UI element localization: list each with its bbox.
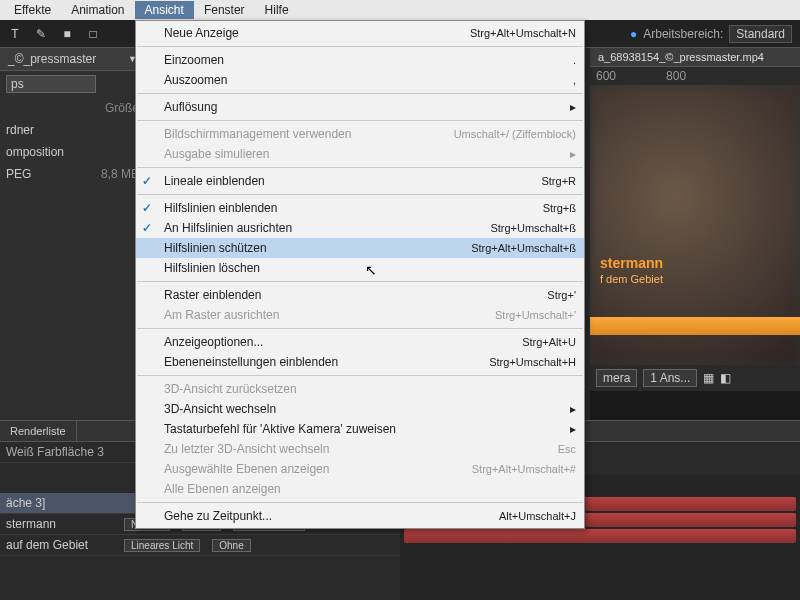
menu-fenster[interactable]: Fenster [194, 1, 255, 19]
menubar: EffekteAnimationAnsichtFensterHilfe [0, 0, 800, 20]
menu-item: Ausgabe simulieren▸ [136, 144, 584, 164]
menu-item[interactable]: Auszoomen, [136, 70, 584, 90]
submenu-arrow-icon: ▸ [570, 402, 576, 416]
view-menu-dropdown: Neue AnzeigeStrg+Alt+Umschalt+NEinzoomen… [135, 20, 585, 529]
menu-item[interactable]: ✓An Hilfslinien ausrichtenStrg+Umschalt+… [136, 218, 584, 238]
submenu-arrow-icon: ▸ [570, 147, 576, 161]
stamp-tool-icon[interactable]: □ [84, 25, 102, 43]
menu-item[interactable]: ✓Lineale einblendenStrg+R [136, 171, 584, 191]
check-icon: ✓ [142, 201, 152, 215]
preview-controls: mera 1 Ans... ▦ ◧ [590, 365, 800, 391]
list-item[interactable]: omposition [6, 145, 64, 159]
workspace-dropdown[interactable]: Standard [729, 25, 792, 43]
tab-renderlist[interactable]: Renderliste [0, 421, 77, 441]
menu-item: Am Raster ausrichtenStrg+Umschalt+' [136, 305, 584, 325]
menu-item[interactable]: Auflösung▸ [136, 97, 584, 117]
mask-icon[interactable]: ◧ [720, 371, 731, 385]
ruler: 600800 [590, 67, 800, 85]
pen-tool-icon[interactable]: ✎ [32, 25, 50, 43]
menu-item[interactable]: Raster einblendenStrg+' [136, 285, 584, 305]
project-tab[interactable]: _©_pressmaster▼ [0, 48, 145, 71]
ae-logo-icon: ● [630, 27, 637, 41]
blend-mode-dropdown[interactable]: Lineares Licht [124, 539, 200, 552]
size-column-header: Größe [105, 101, 139, 115]
list-item[interactable]: PEG [6, 167, 31, 181]
menu-item: Ausgewählte Ebenen anzeigenStrg+Alt+Umsc… [136, 459, 584, 479]
menu-item[interactable]: Hilfslinien löschen [136, 258, 584, 278]
lower-third-bar [590, 317, 800, 335]
menu-item[interactable]: Gehe zu Zeitpunkt...Alt+Umschalt+J [136, 506, 584, 526]
menu-hilfe[interactable]: Hilfe [255, 1, 299, 19]
menu-item: Zu letzter 3D-Ansicht wechselnEsc [136, 439, 584, 459]
color-swatch-label: Weiß Farbfläche 3 [6, 445, 104, 459]
menu-item[interactable]: Einzoomen. [136, 50, 584, 70]
menu-item[interactable]: ✓Hilfslinien einblendenStrg+ß [136, 198, 584, 218]
text-tool-icon[interactable]: T [6, 25, 24, 43]
check-icon: ✓ [142, 174, 152, 188]
check-icon: ✓ [142, 221, 152, 235]
layer-bar[interactable] [404, 529, 796, 543]
grid-icon[interactable]: ▦ [703, 371, 714, 385]
menu-item[interactable]: Hilfslinien schützenStrg+Alt+Umschalt+ß [136, 238, 584, 258]
submenu-arrow-icon: ▸ [570, 100, 576, 114]
menu-item[interactable]: Tastaturbefehl für 'Aktive Kamera' zuwei… [136, 419, 584, 439]
menu-item[interactable]: Ebeneneinstellungen einblendenStrg+Umsch… [136, 352, 584, 372]
menu-effekte[interactable]: Effekte [4, 1, 61, 19]
menu-item[interactable]: Anzeigeoptionen...Strg+Alt+U [136, 332, 584, 352]
overlay-subtitle: f dem Gebiet [600, 273, 663, 285]
list-item[interactable]: rdner [6, 123, 34, 137]
view-dropdown[interactable]: 1 Ans... [643, 369, 697, 387]
menu-item: Alle Ebenen anzeigen [136, 479, 584, 499]
menu-item[interactable]: Neue AnzeigeStrg+Alt+Umschalt+N [136, 23, 584, 43]
search-input[interactable] [6, 75, 96, 93]
submenu-arrow-icon: ▸ [570, 422, 576, 436]
track-matte-dropdown[interactable]: Ohne [212, 539, 250, 552]
menu-item: 3D-Ansicht zurücksetzen [136, 379, 584, 399]
menu-ansicht[interactable]: Ansicht [135, 1, 194, 19]
camera-dropdown[interactable]: mera [596, 369, 637, 387]
menu-animation[interactable]: Animation [61, 1, 134, 19]
brush-tool-icon[interactable]: ■ [58, 25, 76, 43]
preview-viewport[interactable]: stermann f dem Gebiet [590, 85, 800, 365]
menu-item: Bildschirmmanagement verwendenUmschalt+/… [136, 124, 584, 144]
workspace-label: Arbeitsbereich: [643, 27, 723, 41]
overlay-title: stermann [600, 255, 663, 271]
comp-tab[interactable]: a_68938154_©_pressmaster.mp4 [590, 48, 800, 67]
menu-item[interactable]: 3D-Ansicht wechseln▸ [136, 399, 584, 419]
